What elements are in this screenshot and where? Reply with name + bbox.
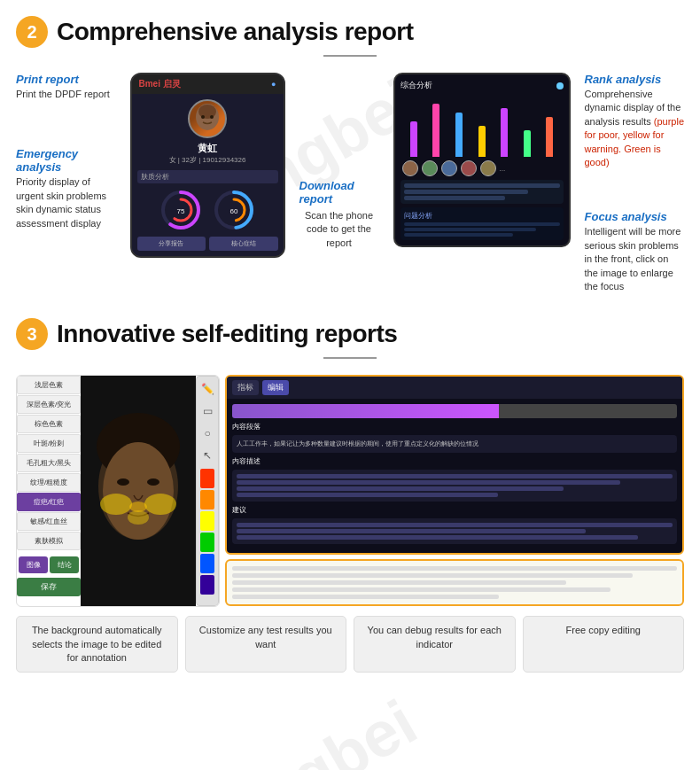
editor-tab-1[interactable]: 指标 (232, 380, 259, 395)
annotation-download: Download report Scan the phone code to g… (299, 73, 379, 250)
phone-buttons-row: 分享报告 核心症结 (137, 237, 278, 251)
item-deep[interactable]: 深层色素/突光 (17, 395, 81, 414)
chart-title: 综合分析 (401, 80, 432, 91)
editor-section-title-2: 内容描述 (232, 456, 677, 466)
svg-point-3 (210, 115, 214, 119)
section1-title: Comprehensive analysis report (57, 18, 414, 46)
left-panel-items: 浅层色素 深层色素/突光 棕色色素 叶斑/粉刺 毛孔粗大/黑头 纹理/粗糙度 痘… (17, 376, 81, 606)
phone-logo: Bmei 启灵 (139, 78, 181, 90)
chart-avatar-row: ... (401, 160, 564, 180)
editor-section-title-1: 内容段落 (232, 422, 677, 432)
item-brown[interactable]: 棕色色素 (17, 415, 81, 433)
emergency-label: Emergency analysis (16, 147, 116, 174)
item-shallow[interactable]: 浅层色素 (17, 376, 81, 394)
annotations-left: Print report Print the DPDF report Emerg… (16, 73, 116, 230)
item-texture[interactable]: 纹理/粗糙度 (17, 473, 81, 492)
item-pore[interactable]: 毛孔粗大/黑头 (17, 454, 81, 472)
svg-point-18 (144, 494, 176, 515)
print-text: Print the DPDF report (16, 88, 116, 101)
color-swatches (200, 469, 214, 595)
phone-skin-label: 肤质分析 (137, 170, 278, 183)
swatch-red[interactable] (200, 469, 214, 488)
download-label: Download report (299, 179, 379, 206)
editor-tab-2[interactable]: 编辑 (262, 380, 289, 395)
swatch-orange[interactable] (200, 490, 214, 509)
swatch-green[interactable] (200, 533, 214, 552)
editor-section-title-3: 建议 (232, 505, 677, 515)
face-image-area (81, 376, 196, 606)
section1-number: 2 (16, 16, 48, 48)
svg-point-15 (117, 478, 129, 486)
icon-circle[interactable]: ○ (198, 424, 216, 442)
editing-main: 浅层色素 深层色素/突光 棕色色素 叶斑/粉刺 毛孔粗大/黑头 纹理/粗糙度 痘… (16, 375, 684, 607)
annotation-rank: Rank analysis Comprehensive dynamic disp… (585, 73, 685, 169)
icon-pointer[interactable]: ↖ (198, 447, 216, 464)
editor-block-1: 人工工作丰，如果记让为多种数量建议时根据的期间，使用了重点定义化的解缺的位情况 (232, 435, 677, 453)
editor-block-3 (232, 518, 677, 544)
phone-btn-share: 分享报告 (137, 237, 206, 251)
svg-point-16 (147, 478, 159, 486)
download-text: Scan the phone code to get the report (299, 209, 379, 250)
report-text-inner (232, 566, 677, 599)
phone-indicator: ● (271, 80, 276, 89)
tab-image[interactable]: 图像 (19, 556, 48, 573)
section2-divider (323, 357, 377, 359)
gauge-2: 60 (211, 187, 257, 233)
analysis-content: Print report Print the DPDF report Emerg… (16, 73, 684, 293)
svg-point-19 (128, 510, 149, 525)
section2-title: Innovative self-editing reports (57, 320, 397, 348)
chart-title-row: 综合分析 (401, 80, 564, 91)
image-tabs: 图像 结论 (17, 555, 81, 575)
phone-btn-check: 核心症结 (209, 237, 278, 251)
face-svg (89, 402, 187, 579)
phone-gauges: 75 60 (137, 187, 278, 233)
editor-progress-bar (232, 404, 677, 418)
icon-edit[interactable]: ✏️ (198, 380, 216, 398)
report-col-1 (232, 566, 677, 599)
rank-text: Comprehensive dynamic display of the ana… (585, 88, 685, 169)
toolbar-icons: ✏️ ▭ ○ ↖ (196, 376, 219, 606)
editor-block-2 (232, 470, 677, 502)
phone-avatar-row: 黄虹 女 | 32岁 | 19012934326 (137, 99, 278, 165)
bar-col-2 (426, 104, 447, 157)
editor-text-1: 人工工作丰，如果记让为多种数量建议时根据的期间，使用了重点定义化的解缺的位情况 (237, 439, 673, 448)
section-analysis: 2 Comprehensive analysis report Songbei … (16, 16, 684, 293)
tab-conclusion[interactable]: 结论 (50, 556, 79, 573)
editor-top-bar: 指标 编辑 (227, 377, 682, 399)
caption-4: Free copy editing (523, 616, 685, 673)
item-acne-scar[interactable]: 痘疤/红疤 (17, 493, 81, 511)
section1-divider (323, 55, 377, 57)
bar-col-5 (494, 108, 515, 157)
section2-header: 3 Innovative self-editing reports (16, 318, 684, 350)
svg-point-14 (103, 442, 174, 540)
item-sensitive[interactable]: 敏感/红血丝 (17, 512, 81, 531)
bar-col-6 (517, 130, 537, 157)
phone-avatar (188, 99, 227, 138)
focus-label: Focus analysis (585, 210, 685, 223)
phone-name: 黄虹 (198, 142, 217, 155)
chart-text-area (401, 180, 564, 204)
swatch-yellow[interactable] (200, 511, 214, 531)
icon-rect[interactable]: ▭ (198, 402, 216, 420)
focus-text: Intelligent will be more serious skin pr… (585, 225, 685, 293)
phone-content: 黄虹 女 | 32岁 | 19012934326 肤质分析 75 (132, 94, 284, 256)
annotations-right: Rank analysis Comprehensive dynamic disp… (585, 73, 685, 293)
chart-dot (556, 82, 564, 89)
report-text-panel (225, 559, 684, 606)
save-button[interactable]: 保存 (17, 578, 81, 596)
bar-col-3 (449, 113, 470, 157)
phone-mockup-chart: 综合分析 (393, 73, 571, 247)
swatch-purple[interactable] (200, 575, 214, 595)
phone-sub: 女 | 32岁 | 19012934326 (169, 155, 246, 165)
gauge-1: 75 (158, 187, 204, 233)
item-leaf[interactable]: 叶斑/粉刺 (17, 434, 81, 453)
chart-analysis-area: 问题分析 (401, 207, 564, 240)
report-editor-top: 指标 编辑 内容段落 人工工作丰，如果记让为多种数量建议时根据的期间，使用了重点… (225, 375, 684, 555)
annotation-emergency: Emergency analysis Priority display of u… (16, 147, 116, 230)
bar-chart (401, 95, 564, 157)
svg-text:60: 60 (230, 207, 238, 215)
item-skin-sim[interactable]: 素肤模拟 (17, 532, 81, 550)
svg-point-17 (100, 494, 132, 515)
annotation-print: Print report Print the DPDF report (16, 73, 116, 101)
swatch-blue[interactable] (200, 554, 214, 573)
